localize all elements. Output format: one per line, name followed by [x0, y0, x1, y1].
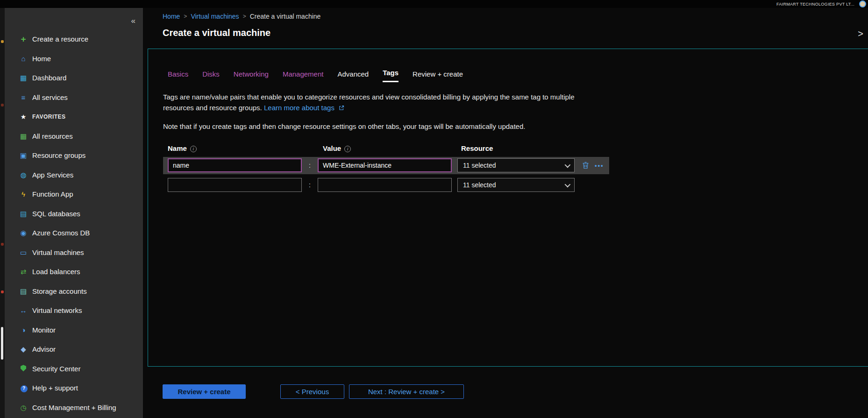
sidebar-item-label: All services — [32, 93, 68, 101]
tag-name-input[interactable] — [168, 158, 302, 172]
sidebar: « + Create a resource ⌂ Home ▦ Dashboard… — [5, 8, 143, 418]
lightning-icon: ϟ — [19, 191, 28, 198]
tag-name-input[interactable] — [168, 178, 302, 192]
sidebar-item-all-resources[interactable]: ▦ All resources — [5, 127, 143, 146]
chevron-down-icon — [565, 162, 571, 168]
sidebar-item-label: Storage accounts — [32, 287, 87, 295]
edge-marker — [1, 40, 4, 43]
sidebar-item-help-support[interactable]: ? Help + support — [5, 378, 143, 398]
wizard-footer: Review + create < Previous Next : Review… — [163, 384, 464, 399]
tab-disks[interactable]: Disks — [202, 70, 220, 82]
tab-management[interactable]: Management — [283, 70, 324, 82]
account-avatar[interactable] — [859, 0, 866, 7]
sidebar-item-monitor[interactable]: ◑ Monitor — [5, 320, 143, 340]
sidebar-item-label: Function App — [32, 190, 73, 198]
sidebar-item-label: Monitor — [32, 326, 56, 334]
tab-advanced[interactable]: Advanced — [337, 70, 369, 82]
list-icon: ≡ — [19, 94, 28, 101]
sidebar-item-create-a-resource[interactable]: + Create a resource — [5, 29, 143, 49]
sidebar-item-label: Advisor — [32, 345, 56, 353]
breadcrumb-current: Create a virtual machine — [250, 13, 321, 20]
tag-row: : 11 selected — [163, 177, 609, 194]
sidebar-item-azure-cosmos-db[interactable]: ◉ Azure Cosmos DB — [5, 223, 143, 243]
sidebar-item-security-center[interactable]: Security Center — [5, 359, 143, 379]
review-create-button[interactable]: Review + create — [163, 384, 246, 399]
row-actions: ••• — [582, 162, 604, 169]
advisor-icon: ◆ — [19, 346, 28, 353]
tab-review-create[interactable]: Review + create — [413, 70, 463, 82]
help-icon: ? — [21, 385, 28, 392]
learn-more-link[interactable]: Learn more about tags — [264, 104, 334, 112]
sidebar-item-virtual-machines[interactable]: ▭ Virtual machines — [5, 243, 143, 262]
grid-icon: ▦ — [19, 133, 28, 140]
panel-collapse-icon[interactable]: > — [858, 28, 863, 39]
sidebar-item-label: Virtual networks — [32, 306, 82, 314]
edge-scroll-thumb[interactable] — [1, 327, 3, 360]
info-icon[interactable]: i — [344, 146, 351, 152]
network-icon: ↔ — [19, 307, 28, 314]
pair-separator: : — [302, 181, 318, 189]
sidebar-item-label: Resource groups — [32, 151, 85, 159]
info-icon[interactable]: i — [190, 146, 197, 152]
sidebar-item-sql-databases[interactable]: ▤ SQL databases — [5, 204, 143, 224]
sidebar-item-app-services[interactable]: ◍ App Services — [5, 165, 143, 185]
sidebar-item-dashboard[interactable]: ▦ Dashboard — [5, 68, 143, 88]
dashboard-icon: ▦ — [19, 74, 28, 81]
storage-icon: ▤ — [19, 288, 28, 295]
sidebar-item-label: Security Center — [32, 365, 80, 373]
edge-marker — [1, 104, 4, 106]
sidebar-item-all-services[interactable]: ≡ All services — [5, 88, 143, 107]
sidebar-item-home[interactable]: ⌂ Home — [5, 49, 143, 69]
breadcrumb-virtual-machines[interactable]: Virtual machines — [191, 13, 239, 20]
cosmos-db-icon: ◉ — [19, 229, 28, 236]
sidebar-item-favorites: ★ FAVORITES — [5, 107, 143, 127]
sidebar-item-function-app[interactable]: ϟ Function App — [5, 184, 143, 204]
next-button[interactable]: Next : Review + create > — [349, 384, 464, 399]
column-header-value: Valuei — [323, 144, 461, 152]
tab-basics[interactable]: Basics — [168, 70, 188, 82]
sidebar-item-load-balancers[interactable]: ⇄ Load balancers — [5, 262, 143, 282]
column-header-resource: Resource — [461, 144, 493, 152]
external-link-icon — [339, 103, 344, 113]
tag-value-input[interactable] — [318, 178, 452, 192]
sidebar-item-label: Azure Cosmos DB — [32, 229, 90, 237]
more-options-icon[interactable]: ••• — [595, 162, 604, 169]
tab-content-frame: Basics Disks Networking Management Advan… — [148, 49, 868, 367]
breadcrumb-separator: > — [184, 13, 187, 20]
vm-icon: ▭ — [19, 249, 28, 256]
sidebar-item-label: App Services — [32, 171, 73, 179]
tag-table-header: Namei Valuei Resource — [163, 144, 868, 152]
chevron-down-icon — [565, 181, 571, 187]
sidebar-item-advisor[interactable]: ◆ Advisor — [5, 340, 143, 359]
sidebar-collapse-icon[interactable]: « — [131, 16, 135, 26]
sidebar-item-label: Create a resource — [32, 35, 88, 43]
shield-icon — [19, 365, 28, 372]
resource-dropdown[interactable]: 11 selected — [457, 158, 575, 172]
breadcrumb-home[interactable]: Home — [163, 13, 180, 20]
azure-portal-window: FAIRMART TECHNOLOGIES PVT LT... « + Crea… — [0, 0, 868, 418]
plus-icon: + — [19, 35, 28, 43]
app-services-icon: ◍ — [19, 171, 28, 178]
sidebar-item-resource-groups[interactable]: ▣ Resource groups — [5, 146, 143, 165]
pair-separator: : — [302, 162, 318, 169]
sidebar-item-virtual-networks[interactable]: ↔ Virtual networks — [5, 301, 143, 320]
tab-networking[interactable]: Networking — [234, 70, 269, 82]
sidebar-item-label: FAVORITES — [32, 113, 66, 120]
resource-dropdown[interactable]: 11 selected — [457, 178, 575, 192]
sidebar-item-label: Load balancers — [32, 268, 80, 276]
edge-strip — [0, 0, 5, 418]
sidebar-item-storage-accounts[interactable]: ▤ Storage accounts — [5, 282, 143, 301]
delete-icon[interactable] — [582, 162, 589, 169]
sidebar-item-label: All resources — [32, 132, 73, 140]
tab-tags[interactable]: Tags — [383, 69, 398, 82]
edge-marker — [1, 290, 4, 293]
tag-value-input[interactable] — [318, 158, 452, 172]
main-panel: Home > Virtual machines > Create a virtu… — [143, 8, 868, 418]
resource-groups-icon: ▣ — [19, 152, 28, 159]
sidebar-item-cost-management[interactable]: ◷ Cost Management + Billing — [5, 398, 143, 418]
previous-button[interactable]: < Previous — [280, 384, 344, 399]
edge-marker — [1, 243, 4, 246]
sidebar-item-label: Help + support — [32, 384, 78, 392]
wizard-tabs: Basics Disks Networking Management Advan… — [168, 69, 868, 82]
sidebar-item-label: Cost Management + Billing — [32, 404, 116, 411]
